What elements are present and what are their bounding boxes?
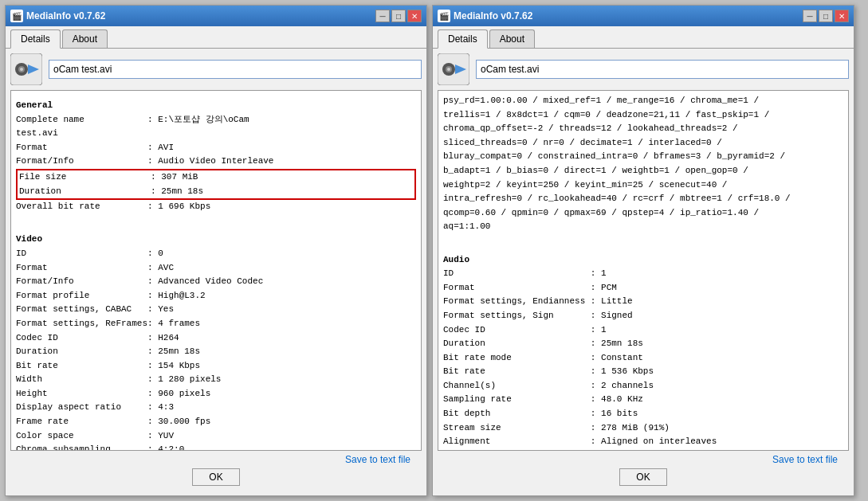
ok-bar-2: OK	[438, 468, 849, 491]
info-line: ID : 1	[443, 267, 843, 281]
info-line: Alignment : Aligned on interleaves	[443, 435, 843, 449]
info-line: Format settings, ReFrames: 4 frames	[16, 317, 416, 331]
title-bar-2: 🎬 MediaInfo v0.7.62 ─ □ ✕	[433, 6, 854, 26]
save-to-text-link-1[interactable]: Save to text file	[345, 454, 410, 465]
info-line: chroma_qp_offset=-2 / threads=12 / looka…	[443, 122, 843, 136]
info-line: Bit rate : 1 536 Kbps	[443, 365, 843, 379]
title-bar-1: 🎬 MediaInfo v0.7.62 ─ □ ✕	[6, 6, 426, 26]
app-icon-2: 🎬	[438, 10, 450, 22]
tab-bar-1: Details About	[6, 26, 426, 49]
ok-bar-1: OK	[10, 468, 422, 491]
tab-bar-2: Details About	[433, 26, 854, 49]
title-bar-controls-1: ─ □ ✕	[375, 10, 422, 22]
info-line: Format settings, Endianness : Little	[443, 295, 843, 309]
info-scroll-2[interactable]: psy_rd=1.00:0.00 / mixed_ref=1 / me_rang…	[438, 90, 849, 451]
bottom-bar-1: Save to text file	[10, 451, 422, 468]
info-line: Format : AVC	[16, 261, 416, 276]
info-video-header: Video	[16, 233, 416, 247]
tab-details-2[interactable]: Details	[438, 29, 488, 49]
close-button-2[interactable]: ✕	[835, 10, 849, 22]
window-2: 🎬 MediaInfo v0.7.62 ─ □ ✕ Details About …	[432, 5, 854, 496]
tab-details-1[interactable]: Details	[10, 29, 61, 49]
info-line: Format profile : High@L3.2	[16, 289, 416, 303]
info-line: Format settings, Sign : Signed	[443, 309, 843, 323]
maximize-button-2[interactable]: □	[819, 10, 833, 22]
info-line: Format : AVI	[16, 141, 416, 155]
info-line: Stream size : 278 MiB (91%)	[443, 421, 843, 436]
info-line: aq=1:1.00	[443, 220, 843, 234]
info-line: Overall bit rate : 1 696 Kbps	[16, 200, 416, 214]
save-to-text-link-2[interactable]: Save to text file	[772, 454, 838, 465]
info-line: Display aspect ratio : 4:3	[16, 401, 416, 415]
file-input-1[interactable]	[49, 60, 422, 79]
info-line	[443, 234, 843, 249]
ok-button-2[interactable]: OK	[619, 468, 666, 486]
info-line: psy_rd=1.00:0.00 / mixed_ref=1 / me_rang…	[443, 94, 843, 108]
window-title-2: MediaInfo v0.7.62	[454, 10, 532, 22]
info-line: weightp=2 / keyint=250 / keyint_min=25 /…	[443, 178, 843, 193]
info-line: Format/Info : Advanced Video Codec	[16, 275, 416, 289]
bottom-bar-2: Save to text file	[438, 451, 849, 468]
info-line	[16, 214, 416, 229]
svg-point-8	[447, 68, 450, 71]
tab-about-1[interactable]: About	[62, 29, 108, 48]
title-bar-left-1: 🎬 MediaInfo v0.7.62	[10, 10, 105, 22]
file-icon-1	[10, 53, 42, 85]
content-area-2: psy_rd=1.00:0.00 / mixed_ref=1 / me_rang…	[433, 49, 854, 495]
info-line: trellis=1 / 8x8dct=1 / cqm=0 / deadzone=…	[443, 108, 843, 123]
tab-about-2[interactable]: About	[489, 29, 535, 48]
file-input-2[interactable]	[476, 60, 849, 79]
info-line: Format : PCM	[443, 281, 843, 296]
info-line: Duration : 25mn 18s	[443, 337, 843, 351]
file-bar-2	[438, 53, 849, 85]
info-line: Format settings, CABAC : Yes	[16, 303, 416, 317]
info-line: Duration : 25mn 18s	[16, 345, 416, 359]
info-scroll-1[interactable]: General Complete name : E:\포토샵 강의\oCam t…	[10, 90, 422, 451]
info-line: Frame rate : 30.000 fps	[16, 415, 416, 429]
close-button-1[interactable]: ✕	[407, 10, 422, 22]
file-bar-1	[10, 53, 422, 85]
title-bar-left-2: 🎬 MediaInfo v0.7.62	[438, 10, 532, 22]
info-line: Chroma subsampling : 4:2:0	[16, 443, 416, 451]
info-line: Bit depth : 16 bits	[443, 407, 843, 421]
info-audio-header: Audio	[443, 253, 843, 268]
info-line: Bit rate : 154 Kbps	[16, 359, 416, 374]
svg-point-3	[20, 68, 23, 71]
info-line: Sampling rate : 48.0 KHz	[443, 393, 843, 407]
info-filesize: File size : 307 MiB	[19, 170, 413, 185]
info-line: ID : 0	[16, 247, 416, 261]
minimize-button-2[interactable]: ─	[803, 10, 817, 22]
info-line: Channel(s) : 2 channels	[443, 379, 843, 393]
info-line: bluray_compat=0 / constrained_intra=0 / …	[443, 150, 843, 164]
info-line: Format/Info : Audio Video Interleave	[16, 155, 416, 169]
info-line: b_adapt=1 / b_bias=0 / direct=1 / weight…	[443, 164, 843, 178]
info-line: Codec ID : 1	[443, 323, 843, 338]
info-line: test.avi	[16, 127, 416, 141]
info-general-header: General	[16, 99, 416, 113]
info-line: Color space : YUV	[16, 429, 416, 444]
highlighted-block: File size : 307 MiB Duration : 25mn 18s	[16, 169, 416, 200]
title-bar-controls-2: ─ □ ✕	[803, 10, 849, 22]
maximize-button-1[interactable]: □	[391, 10, 406, 22]
info-line: intra_refresh=0 / rc_lookahead=40 / rc=c…	[443, 192, 843, 206]
window-1: 🎬 MediaInfo v0.7.62 ─ □ ✕ Details About …	[5, 5, 427, 496]
info-line: Complete name : E:\포토샵 강의\oCam	[16, 113, 416, 127]
info-duration: Duration : 25mn 18s	[19, 185, 413, 199]
ok-button-1[interactable]: OK	[192, 468, 239, 486]
info-line: Bit rate mode : Constant	[443, 351, 843, 366]
minimize-button-1[interactable]: ─	[375, 10, 390, 22]
info-line: Codec ID : H264	[16, 331, 416, 346]
info-line: sliced_threads=0 / nr=0 / decimate=1 / i…	[443, 136, 843, 151]
app-icon-1: 🎬	[10, 10, 23, 22]
info-line: Width : 1 280 pixels	[16, 373, 416, 387]
info-line: Height : 960 pixels	[16, 387, 416, 401]
info-line: qcomp=0.60 / qpmin=0 / qpmax=69 / qpstep…	[443, 206, 843, 221]
window-title-1: MediaInfo v0.7.62	[26, 10, 105, 22]
file-icon-2	[438, 53, 469, 85]
content-area-1: General Complete name : E:\포토샵 강의\oCam t…	[6, 49, 426, 495]
